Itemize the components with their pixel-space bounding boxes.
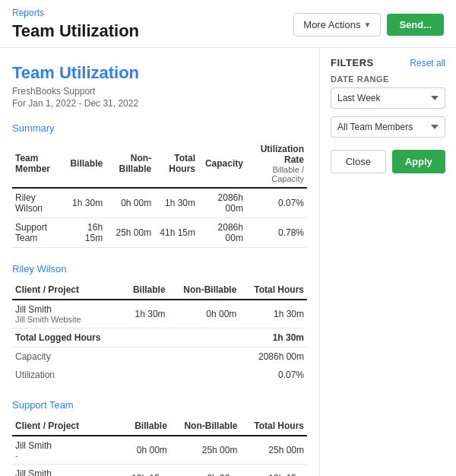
col-total-hours: Total Hours [154,140,198,188]
riley-total-hours: 1h 30m [239,300,307,328]
riley-capacity-row: Capacity 2086h 00m [12,347,307,367]
reset-all-link[interactable]: Reset all [410,58,445,68]
team-member-select[interactable]: All Team Members Riley Wilson Support Te… [331,116,445,138]
riley-billable: 1h 30m [122,300,169,328]
content-area: Team Utilization FreshBooks Support For … [0,48,319,476]
riley-table-row: Jill Smith Jill Smith Website 1h 30m 0h … [12,300,307,328]
utilization-sub: Billable / Capacity [249,165,304,183]
col-capacity: Capacity [198,140,246,188]
riley-col-non-billable: Non-Billable [169,281,240,300]
support-client-project: Jill Smith Jill Smith Website [12,465,121,477]
riley-total-value: 1h 30m [239,328,307,347]
riley-col-project: Client / Project [12,281,122,300]
summary-capacity: 2086h 00m [198,188,246,218]
close-button[interactable]: Close [331,150,386,173]
support-col-billable: Billable [121,417,170,436]
summary-member: Support Team [12,218,66,248]
summary-utilization-rate: 0.07% [246,188,307,218]
col-team-member: Team Member [12,140,66,188]
filters-title: Filters [331,57,374,68]
summary-total-hours: 1h 30m [154,188,198,218]
apply-button[interactable]: Apply [392,150,446,173]
report-dates: For Jan 1, 2022 - Dec 31, 2022 [12,98,307,109]
support-team-label: Support Team [12,399,307,411]
support-non-billable: 25h 00m [170,436,241,465]
support-total-hours: 13h 15m [240,465,307,477]
summary-billable: 1h 30m [66,188,106,218]
riley-wilson-table: Client / Project Billable Non-Billable T… [12,281,307,384]
header-right: More Actions ▼ Send... [293,13,444,36]
summary-billable: 16h 15m [66,218,106,248]
send-button[interactable]: Send... [387,14,444,36]
col-utilization-rate: Utilization RateBillable / Capacity [246,140,307,188]
summary-table-row: Support Team 16h 15m 25h 00m 41h 15m 208… [12,218,307,248]
support-team-table: Client / Project Billable Non-Billable T… [12,417,307,476]
col-billable: Billable [66,140,106,188]
summary-utilization-rate: 0.78% [246,218,307,248]
filter-actions: Close Apply [331,150,445,173]
support-billable: 0h 00m [121,436,170,465]
support-table-row: Jill Smith Jill Smith Website 13h 15m 0h… [12,465,307,477]
support-non-billable: 0h 00m [170,465,241,477]
filters-header: Filters Reset all [331,57,445,68]
support-table-row: Jill Smith - 0h 00m 25h 00m 25h 00m [12,436,307,465]
date-range-label: DATE RANGE [331,75,445,84]
summary-capacity: 2086h 00m [198,218,246,248]
support-total-hours: 25h 00m [240,436,307,465]
riley-client-project: Jill Smith Jill Smith Website [12,300,122,328]
summary-non-billable: 25h 00m [106,218,154,248]
riley-non-billable: 0h 00m [169,300,240,328]
filters-panel: Filters Reset all DATE RANGE Last Week T… [319,48,456,476]
chevron-down-icon: ▼ [363,21,371,29]
summary-section-label: Summary [12,122,307,134]
summary-table-row: Riley Wilson 1h 30m 0h 00m 1h 30m 2086h … [12,188,307,218]
riley-utilization-label: Utilization [12,366,122,384]
header-left: Reports Team Utilization [12,8,139,41]
summary-total-hours: 41h 15m [154,218,198,248]
support-col-project: Client / Project [12,417,121,436]
riley-wilson-section: Riley Wilson Client / Project Billable N… [12,263,307,384]
riley-header-row: Client / Project Billable Non-Billable T… [12,281,307,300]
support-billable: 13h 15m [121,465,170,477]
riley-capacity-value: 2086h 00m [239,347,307,367]
header: Reports Team Utilization More Actions ▼ … [0,0,456,48]
team-member-filter-group: All Team Members Riley Wilson Support Te… [331,116,445,138]
breadcrumb: Reports [12,8,139,18]
report-company: FreshBooks Support [12,86,307,97]
riley-col-billable: Billable [122,281,169,300]
support-team-section: Support Team Client / Project Billable N… [12,399,307,476]
riley-col-total-hours: Total Hours [239,281,307,300]
riley-utilization-value: 0.07% [239,366,307,384]
col-non-billable: Non-Billable [106,140,154,188]
riley-capacity-label: Capacity [12,347,122,367]
support-header-row: Client / Project Billable Non-Billable T… [12,417,307,436]
support-client-project: Jill Smith - [12,436,121,465]
summary-header-row: Team Member Billable Non-Billable Total … [12,140,307,188]
riley-utilization-row: Utilization 0.07% [12,366,307,384]
riley-total-label: Total Logged Hours [12,328,122,347]
summary-non-billable: 0h 00m [106,188,154,218]
riley-wilson-label: Riley Wilson [12,263,307,274]
summary-member: Riley Wilson [12,188,66,218]
more-actions-button[interactable]: More Actions ▼ [293,13,381,36]
page-title: Team Utilization [12,21,139,41]
more-actions-label: More Actions [303,19,360,30]
support-col-non-billable: Non-Billable [170,417,241,436]
report-title: Team Utilization [12,63,307,83]
summary-table: Team Member Billable Non-Billable Total … [12,140,307,248]
main-layout: Team Utilization FreshBooks Support For … [0,48,456,476]
date-range-select[interactable]: Last Week This Week Last Month This Mont… [331,87,445,109]
support-col-total-hours: Total Hours [240,417,307,436]
reports-link[interactable]: Reports [12,8,44,18]
date-range-filter-group: DATE RANGE Last Week This Week Last Mont… [331,75,445,109]
riley-total-row: Total Logged Hours 1h 30m [12,328,307,347]
